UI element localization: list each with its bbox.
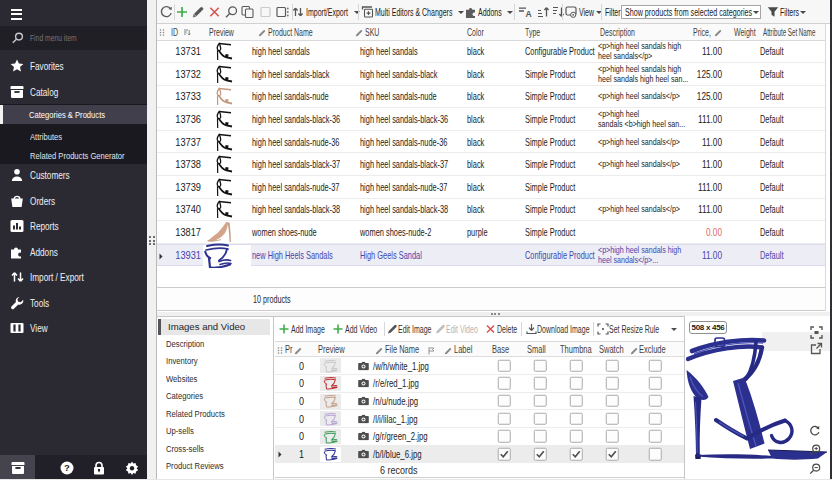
svg-text:A: A — [526, 9, 532, 18]
svg-text:?: ? — [64, 462, 70, 473]
